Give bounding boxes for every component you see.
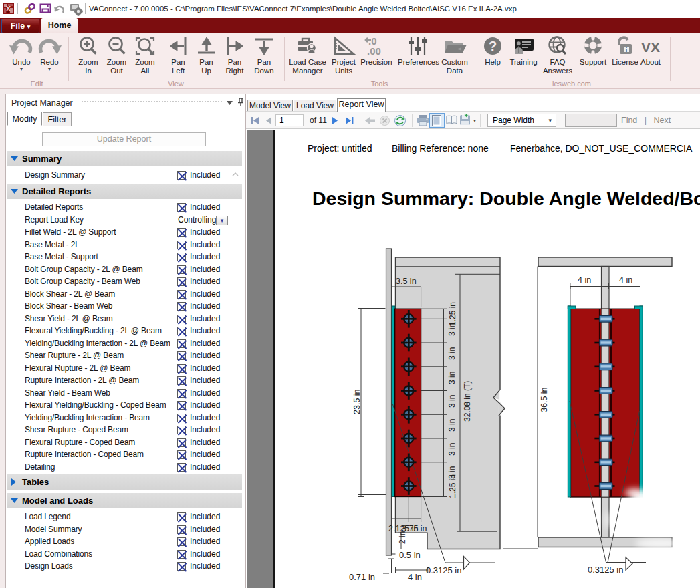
svg-text:4 in: 4 in [619,275,632,285]
svg-text:1.25 in: 1.25 in [448,302,457,326]
svg-text:3 in: 3 in [447,443,457,456]
svg-text:36.5 in: 36.5 in [540,387,549,412]
svg-text:4 in: 4 in [408,572,422,582]
svg-text:3 in: 3 in [447,395,457,408]
svg-text:0.5 in: 0.5 in [399,550,421,560]
svg-text:3 in: 3 in [447,323,457,336]
svg-text:3 in: 3 in [447,372,457,384]
svg-text:1.25 in: 1.25 in [448,474,457,498]
svg-text:3.5 in: 3.5 in [396,277,417,286]
svg-text:32.08 in (T): 32.08 in (T) [463,381,472,422]
svg-text:0.71 in: 0.71 in [349,572,375,582]
svg-text:0.3125 in: 0.3125 in [588,565,624,575]
svg-text:23.5 in: 23.5 in [352,389,362,414]
svg-text:4 in: 4 in [578,275,591,285]
svg-text:3 in: 3 in [447,347,457,360]
svg-text:3 in: 3 in [447,419,457,432]
svg-text:2 in: 2 in [398,531,407,544]
svg-text:0.3125 in: 0.3125 in [426,565,462,575]
